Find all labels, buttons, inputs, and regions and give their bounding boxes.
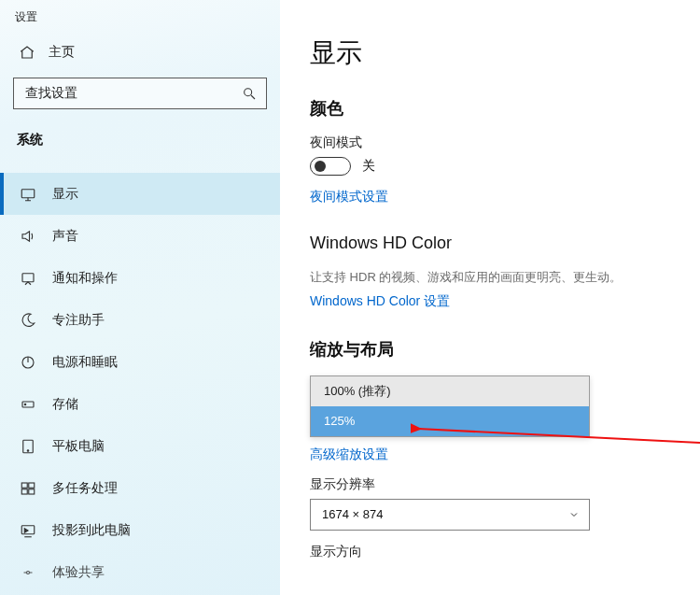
sidebar-item-label: 电源和睡眠 bbox=[52, 354, 118, 371]
resolution-select[interactable]: 1674 × 874 bbox=[310, 499, 590, 531]
shared-icon bbox=[19, 563, 37, 582]
window-title: 设置 bbox=[0, 6, 280, 38]
content-pane: 显示 颜色 夜间模式 关 夜间模式设置 Windows HD Color 让支持… bbox=[280, 0, 700, 595]
scale-heading: 缩放与布局 bbox=[310, 338, 681, 361]
tablet-icon bbox=[19, 437, 37, 456]
sidebar-item-shared[interactable]: 体验共享 bbox=[0, 551, 280, 593]
sidebar-item-label: 多任务处理 bbox=[52, 480, 118, 497]
sidebar-item-display[interactable]: 显示 bbox=[0, 173, 280, 215]
home-label: 主页 bbox=[49, 44, 75, 61]
night-mode-settings-link[interactable]: 夜间模式设置 bbox=[310, 189, 388, 205]
sidebar-item-focus[interactable]: 专注助手 bbox=[0, 299, 280, 341]
sidebar-item-label: 平板电脑 bbox=[52, 438, 105, 455]
svg-point-5 bbox=[24, 404, 26, 405]
home-nav[interactable]: 主页 bbox=[0, 38, 280, 78]
search-icon bbox=[242, 86, 257, 101]
settings-sidebar: 设置 主页 查找设置 系统 bbox=[0, 0, 280, 595]
project-icon bbox=[19, 521, 37, 540]
advanced-scaling-link[interactable]: 高级缩放设置 bbox=[310, 446, 388, 463]
sidebar-item-project[interactable]: 投影到此电脑 bbox=[0, 509, 280, 551]
night-mode-toggle[interactable] bbox=[310, 157, 351, 176]
sidebar-item-label: 通知和操作 bbox=[52, 270, 118, 287]
power-icon bbox=[19, 353, 37, 372]
night-mode-state: 关 bbox=[362, 158, 375, 175]
orientation-label: 显示方向 bbox=[310, 544, 681, 560]
search-placeholder: 查找设置 bbox=[25, 85, 242, 102]
search-input[interactable]: 查找设置 bbox=[13, 78, 267, 109]
toggle-knob bbox=[315, 161, 326, 172]
svg-rect-9 bbox=[29, 483, 35, 488]
svg-point-0 bbox=[245, 89, 252, 96]
sidebar-item-notifications[interactable]: 通知和操作 bbox=[0, 257, 280, 299]
focus-icon bbox=[19, 311, 37, 330]
storage-icon bbox=[19, 395, 37, 414]
sidebar-item-label: 专注助手 bbox=[52, 312, 105, 329]
svg-point-7 bbox=[27, 449, 29, 451]
svg-rect-10 bbox=[21, 489, 27, 493]
chevron-down-icon bbox=[568, 509, 580, 520]
hdr-description: 让支持 HDR 的视频、游戏和应用的画面更明亮、更生动。 bbox=[310, 268, 681, 288]
sidebar-item-label: 显示 bbox=[52, 186, 78, 203]
sidebar-item-label: 体验共享 bbox=[52, 564, 105, 581]
sidebar-item-power[interactable]: 电源和睡眠 bbox=[0, 341, 280, 383]
sidebar-section-heading: 系统 bbox=[17, 132, 263, 149]
sound-icon bbox=[19, 227, 37, 246]
sidebar-item-tablet[interactable]: 平板电脑 bbox=[0, 425, 280, 467]
sidebar-item-label: 投影到此电脑 bbox=[52, 522, 131, 539]
sidebar-item-storage[interactable]: 存储 bbox=[0, 383, 280, 425]
home-icon bbox=[19, 44, 35, 61]
resolution-value: 1674 × 874 bbox=[322, 507, 383, 521]
svg-rect-12 bbox=[21, 525, 35, 533]
multitask-icon bbox=[19, 479, 37, 498]
sidebar-item-label: 声音 bbox=[52, 228, 78, 245]
svg-rect-1 bbox=[21, 189, 35, 197]
sidebar-nav: 显示 声音 通知和操作 专注助手 bbox=[0, 173, 280, 593]
display-icon bbox=[19, 185, 37, 204]
svg-rect-2 bbox=[22, 273, 34, 281]
svg-rect-8 bbox=[21, 483, 27, 488]
hdr-settings-link[interactable]: Windows HD Color 设置 bbox=[310, 293, 450, 310]
hdr-heading: Windows HD Color bbox=[310, 234, 681, 253]
sidebar-item-multitask[interactable]: 多任务处理 bbox=[0, 467, 280, 509]
color-heading: 颜色 bbox=[310, 97, 681, 120]
page-title: 显示 bbox=[310, 35, 681, 71]
scale-dropdown[interactable]: 100% (推荐) 125% bbox=[310, 375, 590, 437]
scale-option-100[interactable]: 100% (推荐) bbox=[311, 376, 589, 406]
svg-rect-11 bbox=[29, 489, 35, 493]
night-mode-label: 夜间模式 bbox=[310, 135, 681, 151]
sidebar-item-sound[interactable]: 声音 bbox=[0, 215, 280, 257]
notifications-icon bbox=[19, 269, 37, 288]
scale-option-125[interactable]: 125% bbox=[311, 406, 589, 436]
resolution-label: 显示分辨率 bbox=[310, 476, 681, 493]
sidebar-item-label: 存储 bbox=[52, 396, 78, 413]
